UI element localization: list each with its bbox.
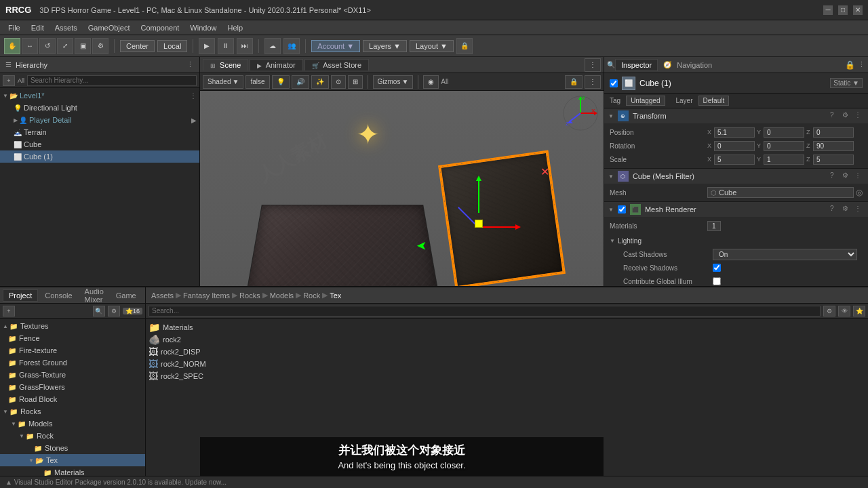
bc-assets[interactable]: Assets [151, 291, 174, 300]
gizmos-dropdown[interactable]: Gizmos ▼ [373, 75, 414, 89]
fx-toggle[interactable]: ✨ [311, 75, 329, 89]
more-icon[interactable]: ⋮ [854, 171, 864, 181]
pos-y-input[interactable] [764, 127, 804, 138]
scene-gizmo[interactable]: Y X Z [562, 95, 599, 132]
meshrenderer-active-checkbox[interactable] [618, 205, 626, 214]
contribute-gi-checkbox[interactable] [713, 277, 721, 285]
assets-filter-button[interactable]: ⚙ [823, 306, 835, 317]
project-item[interactable]: ▼ 📁 Rock [0, 430, 145, 442]
project-item[interactable]: 📁 Fire-texture [0, 344, 145, 357]
more-icon[interactable]: ⋮ [854, 205, 864, 214]
rot-x-input[interactable] [714, 141, 755, 151]
project-item[interactable]: 📁 Grass-Texture [0, 369, 145, 381]
scene-lock-btn[interactable]: 🔒 [565, 75, 583, 89]
tab-console[interactable]: Console [39, 290, 77, 301]
assets-search-input[interactable] [149, 306, 821, 317]
lighting-toggle[interactable]: 💡 [272, 75, 290, 89]
hierarchy-item[interactable]: ⬜ Cube (1) [0, 150, 199, 163]
cast-shadows-dropdown[interactable]: OnOffTwo Sided [713, 249, 857, 260]
transform-header[interactable]: ▼ ⊕ Transform ? ⚙ ⋮ [604, 108, 868, 123]
pos-z-input[interactable] [813, 127, 854, 138]
mesh-renderer-header[interactable]: ▼ ⬛ Mesh Renderer ? ⚙ ⋮ [604, 202, 868, 217]
bc-rock[interactable]: Rock [303, 291, 320, 300]
scene-more-button[interactable]: ⋮ [585, 58, 601, 72]
project-item[interactable]: 📁 Materials [0, 466, 145, 476]
hierarchy-item[interactable]: 💡 Directional Light [0, 102, 199, 114]
project-item[interactable]: ▲ 📁 Textures [0, 320, 145, 332]
tool-move[interactable]: ↔ [22, 38, 38, 54]
scale-z-input[interactable] [813, 155, 854, 165]
menu-assets[interactable]: Assets [50, 22, 83, 33]
hierarchy-add-button[interactable]: + [3, 75, 15, 86]
bc-fantasy-items[interactable]: Fantasy Items [183, 291, 230, 300]
shading-mode-dropdown[interactable]: Shaded ▼ [203, 75, 243, 89]
project-item[interactable]: 📁 Stones [0, 442, 145, 454]
close-button[interactable]: ✕ [853, 5, 863, 15]
scale-y-input[interactable] [764, 155, 804, 165]
grid-toggle[interactable]: ⊞ [348, 75, 363, 89]
minimize-button[interactable]: ─ [823, 5, 833, 15]
layers-button[interactable]: Layers ▼ [363, 40, 407, 52]
2d-toggle[interactable]: false [245, 75, 269, 89]
mesh-filter-header[interactable]: ▼ ⬡ Cube (Mesh Filter) ? ⚙ ⋮ [604, 169, 868, 184]
lighting-header[interactable]: ▼ Lighting [610, 234, 863, 247]
help-icon[interactable]: ? [830, 171, 840, 181]
project-filter-button[interactable]: ⚙ [108, 306, 120, 317]
cloud-button[interactable]: ☁ [264, 38, 281, 54]
tool-hand[interactable]: ✋ [4, 38, 20, 54]
settings-icon[interactable]: ⚙ [842, 111, 852, 121]
rot-y-input[interactable] [764, 141, 804, 151]
item-options-icon[interactable]: ⋮ [190, 92, 197, 100]
scene-view-btn[interactable]: ⊙ [331, 75, 346, 89]
tab-audio-mixer[interactable]: Audio Mixer [79, 286, 109, 305]
tab-navigation[interactable]: Navigation [671, 60, 717, 70]
tool-transform[interactable]: ⚙ [92, 38, 108, 54]
maximize-button[interactable]: □ [838, 5, 848, 15]
collab-button[interactable]: 👥 [283, 38, 300, 54]
tool-rect[interactable]: ▣ [75, 38, 91, 54]
tab-animator[interactable]: ▶ Animator [250, 59, 302, 70]
settings-icon[interactable]: ⚙ [842, 171, 852, 181]
help-icon[interactable]: ? [830, 205, 840, 214]
render-path-btn[interactable]: ◉ [423, 75, 439, 89]
layer-dropdown[interactable]: Default [698, 96, 730, 106]
scale-x-input[interactable] [714, 155, 755, 165]
project-item[interactable]: ▼ 📂 Tex [0, 454, 145, 466]
pivot-local-button[interactable]: Local [157, 40, 187, 52]
item-options-icon[interactable]: ▶ [191, 117, 197, 124]
menu-file[interactable]: File [3, 22, 26, 33]
assets-eye-button[interactable]: 👁 [838, 306, 850, 317]
asset-list-item[interactable]: 📁 Materials [146, 321, 868, 333]
hierarchy-search[interactable] [27, 75, 197, 86]
receive-shadows-checkbox[interactable] [713, 264, 721, 272]
static-button[interactable]: Static ▼ [830, 78, 863, 88]
tab-inspector[interactable]: Inspector [615, 59, 658, 71]
project-item[interactable]: ▼ 📁 Models [0, 418, 145, 430]
tab-project[interactable]: Project [3, 289, 38, 302]
help-icon[interactable]: ? [830, 111, 840, 121]
tab-game[interactable]: Game [111, 290, 142, 301]
bc-tex[interactable]: Tex [330, 291, 341, 300]
tool-rotate[interactable]: ↺ [39, 38, 56, 54]
project-item[interactable]: 📁 Forest Ground [0, 357, 145, 369]
project-item[interactable]: 📁 GrassFlowers [0, 381, 145, 393]
pivot-center-button[interactable]: Center [120, 40, 155, 52]
bc-rocks[interactable]: Rocks [239, 291, 260, 300]
pos-x-input[interactable] [714, 127, 755, 138]
tag-dropdown[interactable]: Untagged [626, 96, 665, 106]
pause-button[interactable]: ⏸ [218, 38, 234, 54]
hierarchy-item[interactable]: ▼ 📂 Level1* ⋮ [0, 89, 199, 102]
menu-edit[interactable]: Edit [26, 22, 50, 33]
layout-button[interactable]: Layout ▼ [410, 40, 454, 52]
project-item[interactable]: 📁 Road Block [0, 393, 145, 405]
step-button[interactable]: ⏭ [237, 38, 253, 54]
project-item[interactable]: ▼ 📁 Rocks [0, 405, 145, 418]
scene-more-btn[interactable]: ⋮ [585, 75, 601, 89]
tab-scene[interactable]: ⊞ Scene [203, 59, 248, 70]
audio-toggle[interactable]: 🔊 [292, 75, 309, 89]
asset-list-item[interactable]: 🖼 rock2_SPEC [146, 370, 868, 382]
project-add-button[interactable]: + [3, 306, 15, 317]
mesh-target-icon[interactable]: ◎ [856, 188, 863, 197]
bc-models[interactable]: Models [270, 291, 294, 300]
menu-gameobject[interactable]: GameObject [83, 22, 136, 33]
